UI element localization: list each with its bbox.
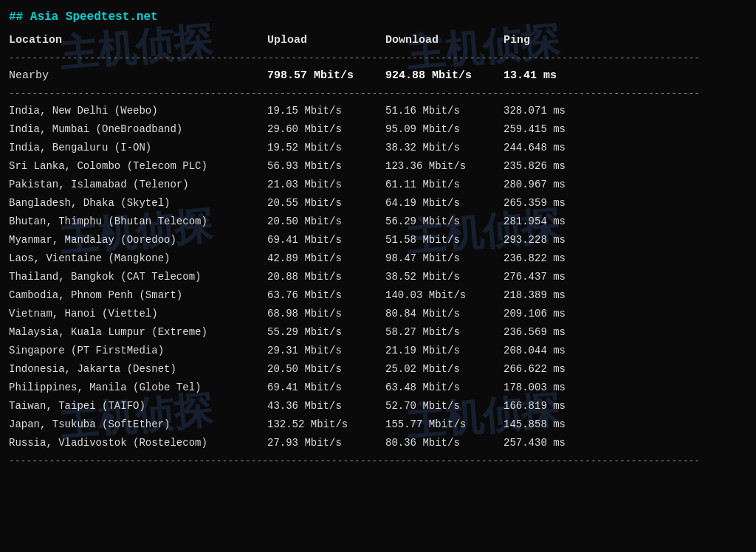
row-upload: 55.29 Mbit/s bbox=[267, 325, 385, 340]
row-upload: 69.41 Mbit/s bbox=[267, 232, 385, 248]
table-row: Myanmar, Mandalay (Ooredoo) 69.41 Mbit/s… bbox=[9, 231, 747, 249]
row-upload: 20.55 Mbit/s bbox=[267, 196, 385, 211]
row-ping: 328.071 ms bbox=[504, 103, 607, 119]
row-upload: 21.03 Mbit/s bbox=[267, 177, 385, 193]
row-download: 52.70 Mbit/s bbox=[385, 399, 504, 414]
row-download: 51.16 Mbit/s bbox=[385, 103, 504, 119]
row-upload: 63.76 Mbit/s bbox=[267, 288, 385, 303]
row-download: 21.19 Mbit/s bbox=[385, 343, 504, 359]
row-location: Russia, Vladivostok (Rostelecom) bbox=[9, 435, 267, 451]
table-row: Taiwan, Taipei (TAIFO) 43.36 Mbit/s 52.7… bbox=[9, 397, 747, 415]
table-header: Location Upload Download Ping bbox=[9, 31, 747, 49]
row-location: India, New Delhi (Weebo) bbox=[9, 103, 267, 119]
row-upload: 42.89 Mbit/s bbox=[267, 251, 385, 266]
row-location: Bhutan, Thimphu (Bhutan Telecom) bbox=[9, 214, 267, 230]
row-location: Pakistan, Islamabad (Telenor) bbox=[9, 177, 267, 193]
table-row: Thailand, Bangkok (CAT Telecom) 20.88 Mb… bbox=[9, 268, 747, 286]
row-ping: 218.389 ms bbox=[504, 288, 607, 303]
table-row: Pakistan, Islamabad (Telenor) 21.03 Mbit… bbox=[9, 176, 747, 194]
row-location: Taiwan, Taipei (TAIFO) bbox=[9, 399, 267, 414]
row-download: 98.47 Mbit/s bbox=[385, 251, 504, 266]
row-download: 38.52 Mbit/s bbox=[385, 269, 504, 285]
row-ping: 266.622 ms bbox=[504, 362, 607, 377]
row-ping: 244.648 ms bbox=[504, 140, 607, 156]
nearby-ping: 13.41 ms bbox=[504, 69, 607, 82]
row-download: 95.09 Mbit/s bbox=[385, 122, 504, 137]
row-ping: 208.044 ms bbox=[504, 343, 607, 359]
table-row: Sri Lanka, Colombo (Telecom PLC) 56.93 M… bbox=[9, 157, 747, 176]
row-location: Thailand, Bangkok (CAT Telecom) bbox=[9, 269, 267, 285]
table-row: Singapore (PT FirstMedia) 29.31 Mbit/s 2… bbox=[9, 342, 747, 360]
main-container: ## Asia Speedtest.net Location Upload Do… bbox=[0, 0, 756, 475]
table-row: Vietnam, Hanoi (Viettel) 68.98 Mbit/s 80… bbox=[9, 305, 747, 323]
table-row: India, New Delhi (Weebo) 19.15 Mbit/s 51… bbox=[9, 102, 747, 120]
row-download: 80.36 Mbit/s bbox=[385, 435, 504, 451]
row-location: India, Mumbai (OneBroadband) bbox=[9, 122, 267, 137]
row-upload: 20.88 Mbit/s bbox=[267, 269, 385, 285]
header-ping: Ping bbox=[504, 34, 607, 46]
row-ping: 145.858 ms bbox=[504, 417, 607, 432]
table-row: India, Mumbai (OneBroadband) 29.60 Mbit/… bbox=[9, 120, 747, 139]
row-upload: 43.36 Mbit/s bbox=[267, 399, 385, 414]
row-ping: 259.415 ms bbox=[504, 122, 607, 137]
table-row: India, Bengaluru (I-ON) 19.52 Mbit/s 38.… bbox=[9, 139, 747, 157]
row-download: 56.29 Mbit/s bbox=[385, 214, 504, 230]
header-download: Download bbox=[385, 34, 504, 46]
table-row: Bangladesh, Dhaka (Skytel) 20.55 Mbit/s … bbox=[9, 194, 747, 213]
row-download: 25.02 Mbit/s bbox=[385, 362, 504, 377]
table-row: Malaysia, Kuala Lumpur (Extreme) 55.29 M… bbox=[9, 323, 747, 342]
row-location: Myanmar, Mandalay (Ooredoo) bbox=[9, 232, 267, 248]
header-location: Location bbox=[9, 34, 267, 46]
nearby-upload: 798.57 Mbit/s bbox=[267, 69, 385, 82]
row-upload: 69.41 Mbit/s bbox=[267, 380, 385, 396]
row-location: Laos, Vientaine (Mangkone) bbox=[9, 251, 267, 266]
row-location: Bangladesh, Dhaka (Skytel) bbox=[9, 196, 267, 211]
row-ping: 166.819 ms bbox=[504, 399, 607, 414]
row-ping: 235.826 ms bbox=[504, 159, 607, 174]
row-upload: 68.98 Mbit/s bbox=[267, 306, 385, 322]
row-download: 80.84 Mbit/s bbox=[385, 306, 504, 322]
row-upload: 27.93 Mbit/s bbox=[267, 435, 385, 451]
row-download: 155.77 Mbit/s bbox=[385, 417, 504, 432]
row-download: 58.27 Mbit/s bbox=[385, 325, 504, 340]
row-location: Japan, Tsukuba (SoftEther) bbox=[9, 417, 267, 432]
row-location: Sri Lanka, Colombo (Telecom PLC) bbox=[9, 159, 267, 174]
nearby-row: Nearby 798.57 Mbit/s 924.88 Mbit/s 13.41… bbox=[9, 66, 747, 85]
row-location: Singapore (PT FirstMedia) bbox=[9, 343, 267, 359]
row-ping: 293.228 ms bbox=[504, 232, 607, 248]
row-upload: 20.50 Mbit/s bbox=[267, 362, 385, 377]
row-download: 38.32 Mbit/s bbox=[385, 140, 504, 156]
row-location: India, Bengaluru (I-ON) bbox=[9, 140, 267, 156]
row-download: 51.58 Mbit/s bbox=[385, 232, 504, 248]
table-row: Cambodia, Phnom Penh (Smart) 63.76 Mbit/… bbox=[9, 286, 747, 305]
row-upload: 132.52 Mbit/s bbox=[267, 417, 385, 432]
nearby-download: 924.88 Mbit/s bbox=[385, 69, 504, 82]
header-upload: Upload bbox=[267, 34, 385, 46]
table-row: Laos, Vientaine (Mangkone) 42.89 Mbit/s … bbox=[9, 249, 747, 268]
row-ping: 276.437 ms bbox=[504, 269, 607, 285]
row-ping: 209.106 ms bbox=[504, 306, 607, 322]
row-ping: 178.003 ms bbox=[504, 380, 607, 396]
row-upload: 29.31 Mbit/s bbox=[267, 343, 385, 359]
row-location: Malaysia, Kuala Lumpur (Extreme) bbox=[9, 325, 267, 340]
row-ping: 236.822 ms bbox=[504, 251, 607, 266]
row-upload: 20.50 Mbit/s bbox=[267, 214, 385, 230]
data-table: India, New Delhi (Weebo) 19.15 Mbit/s 51… bbox=[9, 102, 747, 452]
divider-1: ----------------------------------------… bbox=[9, 52, 747, 63]
row-ping: 257.430 ms bbox=[504, 435, 607, 451]
row-download: 123.36 Mbit/s bbox=[385, 159, 504, 174]
page-title: ## Asia Speedtest.net bbox=[9, 6, 747, 24]
row-upload: 56.93 Mbit/s bbox=[267, 159, 385, 174]
row-ping: 281.954 ms bbox=[504, 214, 607, 230]
row-ping: 236.569 ms bbox=[504, 325, 607, 340]
row-download: 61.11 Mbit/s bbox=[385, 177, 504, 193]
table-row: Japan, Tsukuba (SoftEther) 132.52 Mbit/s… bbox=[9, 415, 747, 434]
row-upload: 29.60 Mbit/s bbox=[267, 122, 385, 137]
table-row: Indonesia, Jakarta (Desnet) 20.50 Mbit/s… bbox=[9, 360, 747, 379]
row-location: Philippines, Manila (Globe Tel) bbox=[9, 380, 267, 396]
row-download: 64.19 Mbit/s bbox=[385, 196, 504, 211]
row-ping: 280.967 ms bbox=[504, 177, 607, 193]
divider-2: ----------------------------------------… bbox=[9, 88, 747, 99]
row-location: Cambodia, Phnom Penh (Smart) bbox=[9, 288, 267, 303]
row-upload: 19.15 Mbit/s bbox=[267, 103, 385, 119]
